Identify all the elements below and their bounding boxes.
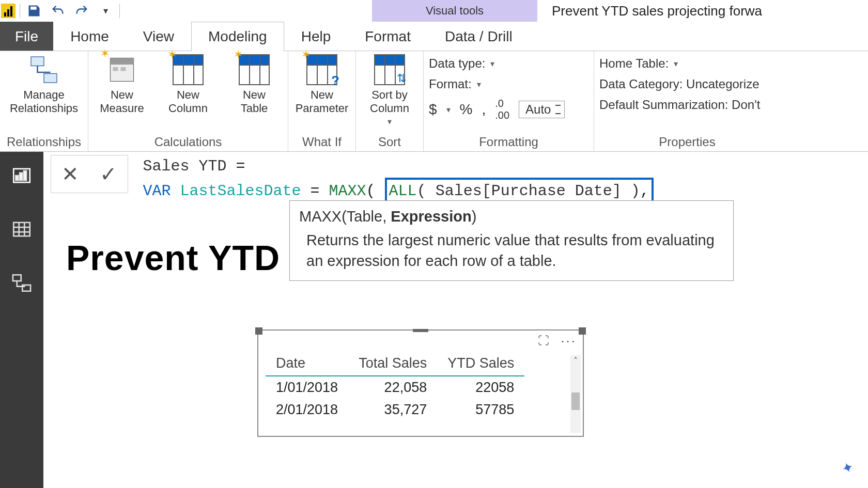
maxx-fn: MAXX: [329, 182, 366, 200]
group-formatting: Data type: ▾ Format: ▾ $ ▾ % , .0.00 Aut…: [424, 51, 594, 151]
undo-button[interactable]: [48, 2, 68, 20]
new-measure-label: New Measure: [100, 88, 144, 115]
formula-editor[interactable]: Sales YTD = VAR LastSalesDate = MAXX( AL…: [130, 155, 653, 204]
qat-separator: [119, 4, 120, 18]
resize-handle[interactable]: [255, 327, 262, 335]
scroll-up-arrow[interactable]: ˄: [570, 355, 581, 366]
svg-rect-4: [113, 67, 118, 71]
new-column-label: New Column: [168, 88, 208, 115]
group-relationships: Manage Relationships Relationships: [0, 51, 88, 151]
model-view-icon: [11, 272, 33, 294]
chevron-down-icon: ▾: [388, 115, 392, 129]
new-parameter-label: New Parameter: [296, 88, 349, 115]
more-options-icon[interactable]: ···: [561, 333, 577, 349]
group-whatif: ? New Parameter What If: [288, 51, 356, 151]
redo-button[interactable]: [72, 2, 91, 20]
tooltip-signature: MAXX(Table, Expression): [299, 206, 724, 227]
currency-button[interactable]: $: [429, 101, 437, 118]
decimal-places-spinner[interactable]: Auto: [519, 101, 565, 118]
all-fn: ALL: [389, 182, 417, 200]
save-button[interactable]: [24, 2, 44, 20]
paren-open: (: [366, 182, 376, 200]
svg-rect-5: [121, 67, 126, 71]
sort-by-column-label: Sort by Column: [370, 88, 409, 115]
quick-access-toolbar: ▾: [0, 2, 120, 20]
table-visual[interactable]: ⛶ ··· Date Total Sales YTD Sales 1/01/20…: [257, 329, 584, 437]
group-calculations: New Measure New Column New Table Calcula…: [88, 51, 288, 151]
new-parameter-button[interactable]: ? New Parameter: [293, 54, 350, 115]
report-view-button[interactable]: [7, 161, 36, 190]
data-category-label: Data Category: Uncategorize: [599, 77, 760, 91]
tab-format[interactable]: Format: [348, 22, 428, 51]
data-view-button[interactable]: [7, 215, 36, 244]
table-scrollbar[interactable]: ˄: [570, 355, 581, 433]
col-ytd-sales[interactable]: YTD Sales: [437, 351, 524, 376]
new-table-button[interactable]: New Table: [226, 54, 283, 115]
svg-rect-3: [111, 58, 134, 65]
intellisense-tooltip: MAXX(Table, Expression) Returns the larg…: [289, 200, 734, 281]
format-label: Format:: [429, 77, 472, 91]
col-date[interactable]: Date: [266, 351, 348, 376]
manage-relationships-label: Manage Relationships: [10, 88, 78, 115]
ribbon: Manage Relationships Relationships New M…: [0, 51, 868, 152]
assign-op: =: [311, 182, 329, 200]
model-view-button[interactable]: [7, 269, 36, 297]
var-keyword: VAR: [143, 182, 171, 200]
formula-bar: ✕ ✓ Sales YTD = VAR LastSalesDate = MAXX…: [51, 155, 863, 204]
scroll-thumb[interactable]: [571, 392, 580, 410]
contextual-tab-visual-tools: Visual tools: [372, 0, 537, 22]
home-table-label: Home Table:: [599, 56, 669, 71]
cell-total: 22,058: [348, 376, 437, 399]
chevron-down-icon[interactable]: ▾: [477, 80, 481, 89]
svg-rect-7: [16, 176, 18, 180]
parameter-icon: ?: [306, 54, 337, 85]
tab-data-drill[interactable]: Data / Drill: [428, 22, 530, 51]
qat-separator: [20, 4, 20, 18]
drag-handle[interactable]: [413, 329, 428, 332]
manage-relationships-button[interactable]: Manage Relationships: [5, 54, 83, 115]
cancel-formula-button[interactable]: ✕: [51, 155, 89, 193]
sort-by-column-button[interactable]: ⇅ Sort by Column ▾: [361, 54, 418, 129]
app-icon: [1, 4, 16, 18]
save-icon: [27, 4, 41, 18]
variable-name: LastSalesDate: [180, 182, 301, 200]
tab-help[interactable]: Help: [284, 22, 348, 51]
data-type-label: Data type:: [429, 56, 485, 71]
group-label-whatif: What If: [293, 135, 350, 150]
sort-icon: ⇅: [374, 54, 405, 85]
focus-mode-icon[interactable]: ⛶: [538, 334, 549, 348]
tab-modeling[interactable]: Modeling: [191, 22, 284, 51]
cell-total: 35,727: [348, 399, 437, 421]
svg-rect-10: [13, 223, 30, 236]
equals: =: [226, 158, 245, 175]
percent-button[interactable]: %: [460, 101, 473, 118]
resize-handle[interactable]: [579, 327, 586, 335]
chevron-down-icon[interactable]: ▾: [674, 59, 678, 69]
chevron-down-icon[interactable]: ▾: [490, 59, 494, 69]
chevron-down-icon[interactable]: ▾: [446, 105, 451, 115]
new-measure-button[interactable]: New Measure: [94, 54, 150, 115]
qat-customize-button[interactable]: ▾: [96, 2, 115, 20]
undo-icon: [51, 4, 65, 18]
thousands-button[interactable]: ,: [482, 101, 486, 118]
cell-ytd: 22058: [437, 376, 524, 399]
tab-file[interactable]: File: [0, 22, 53, 51]
group-label-calculations: Calculations: [94, 135, 283, 150]
tab-view[interactable]: View: [126, 22, 191, 51]
measure-name: Sales YTD: [143, 158, 226, 175]
group-label-sort: Sort: [361, 135, 418, 150]
tab-home[interactable]: Home: [53, 22, 126, 51]
commit-formula-button[interactable]: ✓: [89, 155, 128, 193]
svg-rect-1: [44, 74, 57, 83]
measure-icon: [106, 54, 137, 85]
data-table: Date Total Sales YTD Sales 1/01/2018 22,…: [266, 351, 524, 421]
title-bar: ▾ Visual tools Prevent YTD sales project…: [0, 0, 868, 22]
svg-rect-0: [31, 57, 44, 66]
relationships-icon: [28, 54, 59, 85]
decimals-button[interactable]: .0.00: [495, 98, 509, 121]
col-total-sales[interactable]: Total Sales: [348, 351, 437, 376]
comma: ,: [640, 182, 649, 200]
svg-rect-8: [20, 173, 22, 180]
ribbon-tabs: File Home View Modeling Help Format Data…: [0, 22, 868, 51]
new-column-button[interactable]: New Column: [160, 54, 216, 115]
